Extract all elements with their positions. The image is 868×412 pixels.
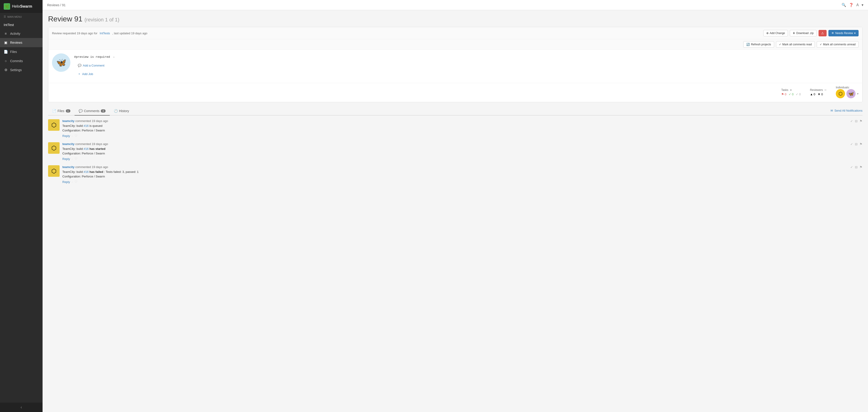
reply-button-3[interactable]: Reply xyxy=(62,180,70,184)
reviewer-avatars: ⬡ 🦋 ▾ xyxy=(836,89,859,98)
needs-review-button[interactable]: 👁 Needs Review ▾ xyxy=(829,30,859,36)
page-title: Review 91 (revision 1 of 1) xyxy=(48,15,119,23)
refresh-projects-button[interactable]: 🔄 Refresh projects xyxy=(743,41,774,48)
add-job-icon: ＋ xyxy=(78,72,81,76)
check-icon: ✓ xyxy=(779,43,781,46)
comments-badge: 4 xyxy=(101,109,105,113)
files-badge: 1 xyxy=(66,109,70,113)
activity-icon: ≡ xyxy=(4,32,8,35)
sidebar-item-reviews[interactable]: ▣ Reviews xyxy=(0,38,42,47)
comment-right-actions-3: ✓ ⊟ ⚑ xyxy=(850,165,863,169)
comment-link-3[interactable]: #16 xyxy=(84,170,89,174)
comment-edit-icon-3[interactable]: ⊟ xyxy=(855,165,858,169)
review-meta: Review requested 19 days ago for IntTest… xyxy=(48,27,862,39)
reviewer-dropdown-icon[interactable]: ▾ xyxy=(857,92,859,95)
tasks-section: Tasks ≡ ⚑ 0 ✓ 0 ✓ xyxy=(781,88,801,96)
reply-button-1[interactable]: Reply xyxy=(62,134,70,138)
sidebar-item-activity[interactable]: ≡ Activity xyxy=(0,29,42,38)
task-check-icon: ✓ xyxy=(788,92,791,96)
add-job-link[interactable]: ＋ Add Job xyxy=(78,70,855,77)
review-body: 🦋 #preview is required ✏ 💬 Add a Comment… xyxy=(48,50,862,83)
main-menu-toggle[interactable]: ☰ MAIN MENU xyxy=(0,13,42,21)
comment-author-3[interactable]: teamcity xyxy=(62,165,74,169)
add-change-button[interactable]: ⊕ Add Change xyxy=(763,30,788,36)
alert-button[interactable]: ⚠ xyxy=(818,30,827,36)
like-button-2[interactable]: ♡ xyxy=(74,157,78,161)
comment-link-1[interactable]: #16 xyxy=(84,124,89,127)
sidebar-item-files[interactable]: 📄 Files xyxy=(0,47,42,56)
tasks-reviewers-section: Tasks ≡ ⚑ 0 ✓ 0 ✓ xyxy=(48,83,862,102)
tabs-right: ✉ Send All Notifications xyxy=(831,108,863,115)
review-avatar: 🦋 xyxy=(52,53,70,72)
reviewers-edit-icon[interactable]: ✏ xyxy=(825,89,827,91)
reply-button-2[interactable]: Reply xyxy=(62,157,70,161)
comment-author-2[interactable]: teamcity xyxy=(62,142,74,146)
download-zip-button[interactable]: ⬇ Download .zip xyxy=(790,30,816,36)
download-icon: ⬇ xyxy=(793,32,795,35)
comment-avatar-3: ⬡ xyxy=(48,165,60,177)
edit-description-icon[interactable]: ✏ xyxy=(113,56,115,59)
comment-author-1[interactable]: teamcity xyxy=(62,119,74,123)
refresh-icon: 🔄 xyxy=(746,43,750,46)
comment-text-2: TeamCity: build #16 has started Configur… xyxy=(62,147,108,155)
comment-flag-icon-3[interactable]: ⚑ xyxy=(860,165,863,169)
sidebar-item-label: Reviews xyxy=(10,41,22,45)
add-change-icon: ⊕ xyxy=(766,32,769,35)
sidebar-collapse-button[interactable]: ‹ xyxy=(0,403,42,412)
tab-history[interactable]: 🕐 History xyxy=(110,107,133,116)
comment-check-icon-3[interactable]: ✓ xyxy=(850,165,853,169)
comment-link-2[interactable]: #16 xyxy=(84,147,89,150)
app-logo-text: HelixSwarm xyxy=(12,4,32,8)
tab-files[interactable]: 📄 Files 1 xyxy=(48,107,74,116)
page-title-row: Review 91 (revision 1 of 1) xyxy=(48,15,863,23)
comments-list: ⬡ teamcity commented 19 days ago TeamCit… xyxy=(48,119,863,184)
mark-all-read-button[interactable]: ✓ Mark all comments read xyxy=(776,41,815,48)
send-all-notifications-link[interactable]: ✉ Send All Notifications xyxy=(831,108,863,114)
comment-right-actions-2: ✓ ⊟ ⚑ xyxy=(850,142,863,146)
help-icon[interactable]: ❓ xyxy=(849,3,854,7)
collapse-icon: ‹ xyxy=(21,405,22,410)
like-button-3[interactable]: ♡ xyxy=(74,180,78,184)
comment-content-3: teamcity commented 19 days ago TeamCity:… xyxy=(62,165,138,184)
review-requester-link[interactable]: IntTests xyxy=(100,32,110,35)
sidebar-item-commits[interactable]: ○ Commits xyxy=(0,56,42,65)
app-logo-icon: 🌿 xyxy=(4,3,10,10)
comment-separator-3: · xyxy=(72,180,73,184)
comment-config-2: Configuration: Perforce / Swarm xyxy=(62,152,105,155)
review-code-text: #preview is required ✏ xyxy=(74,53,859,61)
tab-comments[interactable]: 💬 Comments 4 xyxy=(74,107,110,116)
reviewer-up-count: ▲ 0 xyxy=(810,92,815,96)
like-button-1[interactable]: ♡ xyxy=(74,134,78,138)
mark-all-unread-button[interactable]: ✓ Mark all comments unread xyxy=(817,41,859,48)
sidebar-logo[interactable]: 🌿 HelixSwarm xyxy=(0,0,42,13)
comment-check-icon-2[interactable]: ✓ xyxy=(850,142,853,146)
reviewer-avatar-2[interactable]: 🦋 xyxy=(846,89,856,98)
comment-separator-2: · xyxy=(72,157,73,161)
comment-flag-icon-1[interactable]: ⚑ xyxy=(860,119,863,123)
review-meta-actions: ⊕ Add Change ⬇ Download .zip ⚠ 👁 Needs R… xyxy=(763,30,859,36)
user-avatar[interactable]: A xyxy=(856,3,859,7)
add-comment-link[interactable]: 💬 Add a Comment xyxy=(78,62,855,68)
reviewer-avatar-1[interactable]: ⬡ xyxy=(836,89,845,98)
breadcrumb: Reviews / 91 xyxy=(47,3,66,7)
comment-flag-icon-2[interactable]: ⚑ xyxy=(860,142,863,146)
comment-text-1: TeamCity: build #16 is queued Configurat… xyxy=(62,124,108,133)
comment-edit-icon-1[interactable]: ⊟ xyxy=(855,119,858,123)
comment-edit-icon-2[interactable]: ⊟ xyxy=(855,142,858,146)
task-gray-count: ✓ 0 xyxy=(796,92,801,96)
comment-item-3: ⬡ teamcity commented 19 days ago TeamCit… xyxy=(48,165,863,184)
comment-config-1: Configuration: Perforce / Swarm xyxy=(62,129,105,132)
comment-check-icon-1[interactable]: ✓ xyxy=(850,119,853,123)
comment-item-2: ⬡ teamcity commented 19 days ago TeamCit… xyxy=(48,142,863,161)
comment-row-2: teamcity commented 19 days ago TeamCity:… xyxy=(62,142,863,161)
dropdown-chevron-icon[interactable]: ▾ xyxy=(862,3,863,7)
comment-actions-2: Reply · ♡ xyxy=(62,157,108,161)
comment-icon: 💬 xyxy=(78,64,82,67)
project-name: IntTest xyxy=(0,21,42,29)
search-icon[interactable]: 🔍 xyxy=(841,3,846,7)
sidebar-item-settings[interactable]: ⚙ Settings xyxy=(0,65,42,75)
comment-content-2: teamcity commented 19 days ago TeamCity:… xyxy=(62,142,108,161)
sidebar-item-label: Settings xyxy=(10,68,22,72)
hamburger-icon: ☰ xyxy=(4,15,6,18)
comments-tab-icon: 💬 xyxy=(79,109,83,113)
